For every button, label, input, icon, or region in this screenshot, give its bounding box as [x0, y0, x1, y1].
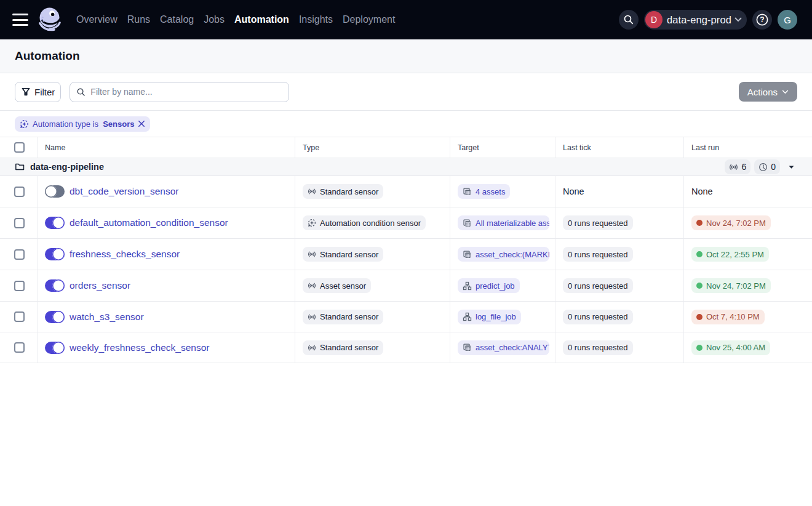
svg-text:?: ?	[760, 15, 764, 24]
